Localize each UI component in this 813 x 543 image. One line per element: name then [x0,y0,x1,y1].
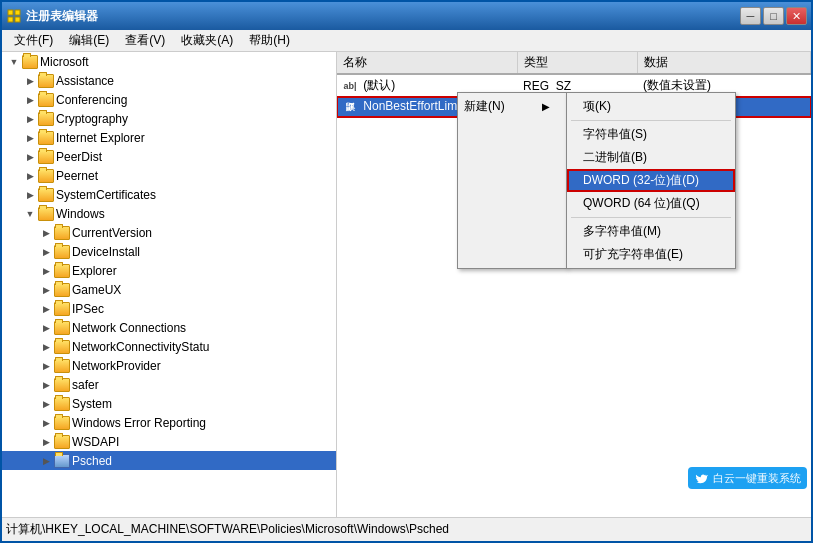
new-submenu-trigger[interactable]: 新建(N) ▶ [457,92,567,269]
expander-networkprovider[interactable]: ▶ [38,358,54,374]
tree-item-systemcerts[interactable]: ▶ SystemCertificates [2,185,336,204]
folder-icon-system [54,397,70,411]
tree-item-ipsec[interactable]: ▶ IPSec [2,299,336,318]
tree-label-network-connections: Network Connections [72,321,186,335]
watermark-text: 白云一键重装系统 [713,471,801,486]
expander-network-connections[interactable]: ▶ [38,320,54,336]
tree-item-networkprovider[interactable]: ▶ NetworkProvider [2,356,336,375]
tree-panel: ▼ Microsoft ▶ Assistance ▶ Conferencing [2,52,337,517]
tree-label-currentversion: CurrentVersion [72,226,152,240]
tree-label-peernet: Peernet [56,169,98,183]
folder-icon-safer [54,378,70,392]
expander-ipsec[interactable]: ▶ [38,301,54,317]
expander-conferencing[interactable]: ▶ [22,92,38,108]
folder-icon-ipsec [54,302,70,316]
tree-item-gameux[interactable]: ▶ GameUX [2,280,336,299]
folder-icon-windows [38,207,54,221]
tree-item-psched[interactable]: ▶ Psched [2,451,336,470]
tree-item-wsdapi[interactable]: ▶ WSDAPI [2,432,336,451]
expander-currentversion[interactable]: ▶ [38,225,54,241]
expander-cryptography[interactable]: ▶ [22,111,38,127]
tree-item-microsoft[interactable]: ▼ Microsoft [2,52,336,71]
tree-item-peerdist[interactable]: ▶ PeerDist [2,147,336,166]
tree-item-deviceinstall[interactable]: ▶ DeviceInstall [2,242,336,261]
expander-gameux[interactable]: ▶ [38,282,54,298]
expander-explorer[interactable]: ▶ [38,263,54,279]
tree-item-ie[interactable]: ▶ Internet Explorer [2,128,336,147]
submenu-item-4[interactable]: QWORD (64 位)值(Q) [567,192,735,215]
tree-item-currentversion[interactable]: ▶ CurrentVersion [2,223,336,242]
close-button[interactable]: ✕ [786,7,807,25]
submenu-item-5[interactable]: 多字符串值(M) [567,220,735,243]
status-path: 计算机\HKEY_LOCAL_MACHINE\SOFTWARE\Policies… [6,521,449,538]
expander-wer[interactable]: ▶ [38,415,54,431]
menu-divider-2 [571,217,731,218]
minimize-button[interactable]: ─ [740,7,761,25]
tree-item-network-connections[interactable]: ▶ Network Connections [2,318,336,337]
expander-psched[interactable]: ▶ [38,453,54,469]
tree-label-systemcerts: SystemCertificates [56,188,156,202]
tree-item-windows[interactable]: ▼ Windows [2,204,336,223]
submenu-item-3[interactable]: DWORD (32-位)值(D) [567,169,735,192]
submenu-item-0[interactable]: 项(K) [567,95,735,118]
menu-favorites[interactable]: 收藏夹(A) [173,30,241,51]
tree-item-assistance[interactable]: ▶ Assistance [2,71,336,90]
menu-bar: 文件(F) 编辑(E) 查看(V) 收藏夹(A) 帮助(H) [2,30,811,52]
submenu-item-2[interactable]: 二进制值(B) [567,146,735,169]
window-title: 注册表编辑器 [26,8,98,25]
menu-help[interactable]: 帮助(H) [241,30,298,51]
folder-icon-conferencing [38,93,54,107]
expander-system[interactable]: ▶ [38,396,54,412]
expander-wsdapi[interactable]: ▶ [38,434,54,450]
tree-label-ie: Internet Explorer [56,131,145,145]
app-icon [6,8,22,24]
folder-icon-network-connections [54,321,70,335]
tree-label-gameux: GameUX [72,283,121,297]
tree-label-cryptography: Cryptography [56,112,128,126]
menu-file[interactable]: 文件(F) [6,30,61,51]
watermark: 白云一键重装系统 [688,467,807,489]
new-menu-entry[interactable]: 新建(N) ▶ [458,95,566,118]
expander-ie[interactable]: ▶ [22,130,38,146]
tree-item-safer[interactable]: ▶ safer [2,375,336,394]
expander-assistance[interactable]: ▶ [22,73,38,89]
maximize-button[interactable]: □ [763,7,784,25]
expander-safer[interactable]: ▶ [38,377,54,393]
folder-icon-ie [38,131,54,145]
folder-icon-currentversion [54,226,70,240]
folder-icon-peerdist [38,150,54,164]
title-bar: 注册表编辑器 ─ □ ✕ [2,2,811,30]
expander-networkconn[interactable]: ▶ [38,339,54,355]
expander-windows[interactable]: ▼ [22,206,38,222]
tree-item-peernet[interactable]: ▶ Peernet [2,166,336,185]
menu-edit[interactable]: 编辑(E) [61,30,117,51]
folder-icon-networkconn [54,340,70,354]
menu-view[interactable]: 查看(V) [117,30,173,51]
tree-item-conferencing[interactable]: ▶ Conferencing [2,90,336,109]
expander-peerdist[interactable]: ▶ [22,149,38,165]
col-name[interactable]: 名称 [337,52,517,74]
tree-item-networkconn[interactable]: ▶ NetworkConnectivityStatu [2,337,336,356]
tree-item-wer[interactable]: ▶ Windows Error Reporting [2,413,336,432]
expander-peernet[interactable]: ▶ [22,168,38,184]
tree-scroll[interactable]: ▼ Microsoft ▶ Assistance ▶ Conferencing [2,52,336,517]
tree-label-system: System [72,397,112,411]
tree-item-system[interactable]: ▶ System [2,394,336,413]
row-icon-ab: ab| [343,79,357,93]
right-panel: 名称 类型 数据 ab| (默认) REG_SZ (数值未设置) [337,52,811,517]
submenu-item-6[interactable]: 可扩充字符串值(E) [567,243,735,266]
status-bar: 计算机\HKEY_LOCAL_MACHINE\SOFTWARE\Policies… [2,517,811,541]
col-data[interactable]: 数据 [637,52,811,74]
col-type[interactable]: 类型 [517,52,637,74]
expander-deviceinstall[interactable]: ▶ [38,244,54,260]
tree-item-explorer[interactable]: ▶ Explorer [2,261,336,280]
folder-icon-cryptography [38,112,54,126]
menu-divider-1 [571,120,731,121]
submenu-item-1[interactable]: 字符串值(S) [567,123,735,146]
folder-icon-psched [54,454,70,468]
tree-item-cryptography[interactable]: ▶ Cryptography [2,109,336,128]
expander-systemcerts[interactable]: ▶ [22,187,38,203]
svg-rect-0 [8,10,13,15]
tree-label-conferencing: Conferencing [56,93,127,107]
expander-microsoft[interactable]: ▼ [6,54,22,70]
